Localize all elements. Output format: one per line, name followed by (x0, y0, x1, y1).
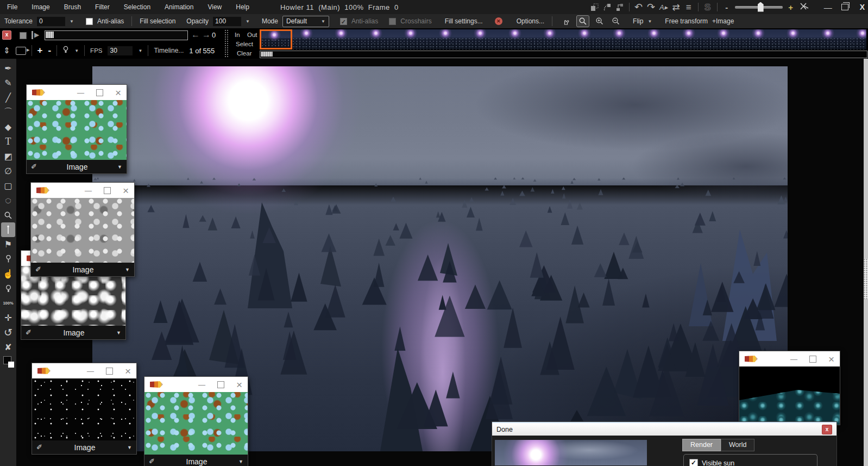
secondary-color-swatch[interactable] (8, 362, 14, 368)
in-point-button[interactable]: In (235, 32, 240, 38)
gradient-tool[interactable]: ◩ (1, 149, 15, 164)
flip-button[interactable]: Flip (633, 17, 643, 25)
options-button[interactable]: Options... (517, 17, 544, 25)
film-append-icon[interactable] (16, 47, 26, 55)
menu-animation[interactable]: Animation (158, 3, 200, 11)
paste-image-icon[interactable] (590, 3, 599, 11)
add-frame-button[interactable]: + (37, 45, 43, 56)
close-icon[interactable]: × (115, 90, 121, 96)
palette-mode-button[interactable]: Image (41, 265, 125, 274)
zoom-tool[interactable] (1, 208, 15, 222)
light-preview-icon[interactable] (62, 46, 69, 56)
tolerance-value-field[interactable]: 0 (37, 17, 65, 26)
palette-mode-button[interactable]: Image (37, 163, 117, 171)
text-tool[interactable]: T (1, 134, 15, 149)
zoom-slider-minus[interactable]: - (722, 3, 731, 11)
tab-world[interactable]: World (721, 439, 754, 451)
mirror-icon[interactable]: ⇄ (672, 3, 681, 12)
timeline-dialog-button[interactable]: Timeline... (154, 47, 184, 54)
frame-position-slider[interactable] (45, 30, 188, 40)
close-icon[interactable]: × (123, 188, 129, 194)
layers-icon[interactable]: ≡ (684, 3, 693, 12)
play-button[interactable]: ▶ (32, 31, 39, 39)
window-close-button[interactable]: X (860, 3, 865, 11)
ellipse-select-tool[interactable]: ◌ (1, 193, 15, 208)
filled-shape-tool[interactable]: ◆ (1, 120, 15, 134)
opacity-value-field[interactable]: 100 (213, 17, 241, 26)
done-close-button[interactable]: x (822, 425, 832, 434)
polyline-tool[interactable]: ╱ (1, 90, 15, 105)
menu-brush[interactable]: Brush (57, 3, 88, 11)
timeline-close-button[interactable]: x (2, 30, 11, 40)
minimize-icon[interactable]: — (790, 355, 797, 363)
fill-color-indicator-icon[interactable]: ✕ (495, 17, 502, 25)
free-transform-button[interactable]: Free transform (665, 17, 708, 25)
palette-mode-button[interactable]: Image (32, 328, 116, 337)
palette-titlebar[interactable]: —× (144, 377, 248, 392)
light-dropdown-icon[interactable]: ▼ (74, 48, 79, 53)
menu-file[interactable]: File (0, 3, 24, 11)
palette-titlebar[interactable]: —× (27, 85, 127, 100)
zoom-in-icon[interactable] (594, 16, 606, 27)
pen-tool[interactable]: ✒ (1, 61, 15, 76)
zoom-slider-handle[interactable] (758, 2, 764, 12)
palette-texture-preview[interactable] (32, 378, 136, 440)
clear-frames-button[interactable]: Clear (237, 50, 251, 57)
unpin-tool[interactable]: ✘ (1, 340, 15, 355)
picker-tool[interactable] (1, 252, 15, 266)
remove-frame-button[interactable]: - (48, 45, 52, 56)
visible-sun-checkbox[interactable]: ✓ (689, 459, 698, 466)
fps-dropdown-icon[interactable]: ▼ (138, 48, 142, 53)
next-frame-icon[interactable]: → (202, 30, 211, 40)
browse-light-tool[interactable] (1, 281, 15, 296)
palette-titlebar[interactable]: —× (31, 183, 134, 198)
render-window-titlebar[interactable]: —× (739, 351, 840, 366)
palette-dropdown-icon[interactable]: ▼ (116, 330, 121, 335)
magic-wand-tool[interactable] (1, 222, 15, 237)
add-image-button[interactable]: +Image (712, 17, 734, 25)
palette-dropdown-icon[interactable]: ▼ (127, 445, 132, 450)
pan-tool[interactable]: ✛ (1, 310, 15, 325)
frame-thumbnail-strip[interactable] (292, 29, 866, 49)
minimize-icon[interactable]: — (85, 187, 92, 195)
palette-texture-preview[interactable] (27, 100, 127, 160)
palette-mode-button[interactable]: Image (42, 443, 127, 452)
menu-help[interactable]: Help (229, 3, 256, 11)
tab-render[interactable]: Render (682, 439, 721, 451)
window-restore-button[interactable] (841, 4, 848, 10)
swap-buffer-icon[interactable]: S (703, 3, 712, 12)
minimize-icon[interactable]: — (77, 89, 84, 97)
out-point-button[interactable]: Out (247, 32, 257, 38)
text-arrow-icon[interactable]: A▸ (659, 4, 668, 11)
palette-dropdown-icon[interactable]: ▼ (238, 459, 243, 464)
canvas-vertical-scrollbar[interactable] (864, 59, 868, 466)
window-minimize-button[interactable]: — (824, 3, 832, 12)
undo-icon[interactable]: ↶ (634, 2, 643, 12)
palette-titlebar[interactable]: —× (32, 363, 136, 378)
zoom-100-tool[interactable]: 100% (1, 296, 15, 310)
curve-tool[interactable]: ⌒ (1, 105, 15, 120)
timeline-scrollbar-handle[interactable] (261, 52, 273, 57)
maximize-icon[interactable] (104, 187, 111, 194)
minimize-icon[interactable]: — (87, 367, 94, 375)
render-preview-image[interactable] (739, 366, 840, 425)
palette-dropdown-icon[interactable]: ▼ (125, 267, 130, 272)
palette-texture-preview[interactable] (144, 392, 248, 455)
zoom-slider-plus[interactable]: + (787, 3, 795, 11)
minimize-icon[interactable]: — (198, 381, 205, 389)
menu-filter[interactable]: Filter (88, 3, 117, 11)
lasso-tool[interactable]: ⚑ (1, 237, 15, 252)
close-icon[interactable]: × (125, 368, 131, 374)
paste-brush-icon[interactable] (615, 3, 624, 11)
palette-mode-button[interactable]: Image (155, 457, 238, 466)
expand-updown-icon[interactable]: ⇕ (3, 46, 10, 55)
select-frames-button[interactable]: Select (236, 41, 253, 47)
menu-image[interactable]: Image (24, 3, 56, 11)
smear-brush-tool[interactable]: ✎ (1, 76, 15, 90)
close-icon[interactable]: × (236, 382, 242, 388)
palette-texture-preview[interactable] (31, 198, 134, 263)
paste-selection-icon[interactable] (603, 3, 612, 11)
opacity-dropdown-icon[interactable]: ▼ (246, 19, 250, 24)
close-icon[interactable]: × (828, 356, 834, 362)
finger-tool[interactable]: ☝ (1, 266, 15, 281)
